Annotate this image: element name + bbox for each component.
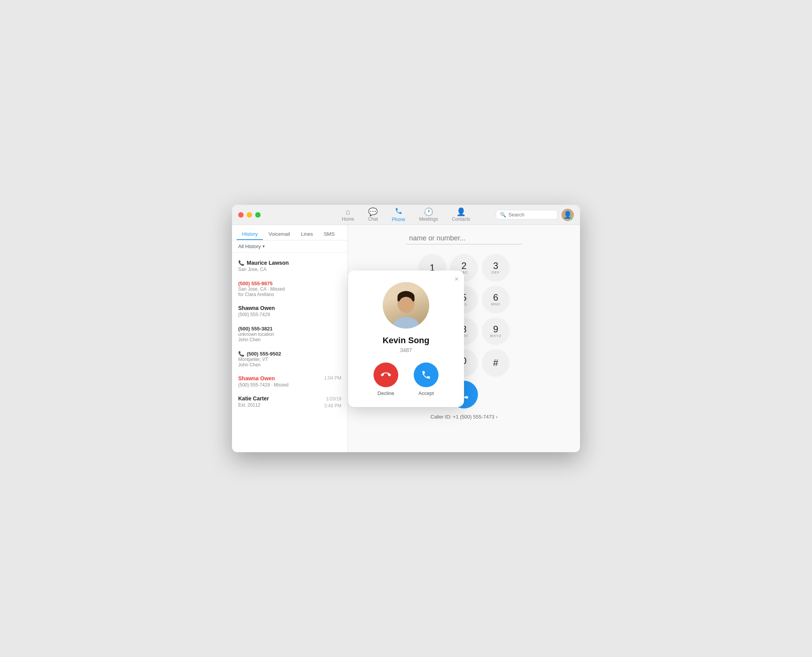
dial-hash[interactable]: # (482, 349, 510, 377)
online-indicator (570, 218, 573, 221)
nav-chat-label: Chat (368, 216, 378, 222)
tab-lines[interactable]: Lines (295, 229, 318, 240)
modal-actions: Decline Accept (374, 363, 438, 396)
caller-sub: (500) 555-7429 · Missed (238, 382, 288, 388)
accept-label: Accept (418, 390, 434, 396)
nav-meetings-label: Meetings (419, 216, 438, 222)
nav-chat[interactable]: 💬 Chat (361, 206, 385, 224)
missed-number: (500) 555-9875 (238, 281, 341, 286)
dial-6[interactable]: 6MNO (482, 286, 510, 313)
caller-number: (500) 555-3821 (238, 326, 341, 332)
tabs-row: History Voicemail Lines SMS (232, 225, 348, 240)
list-item[interactable]: Shawna Owen (500) 555-7429 (232, 301, 348, 321)
call-time: 1/20/193:48 PM (324, 395, 341, 409)
maximize-button[interactable] (255, 212, 261, 218)
call-detail-2: John Chen (238, 362, 341, 368)
close-button[interactable] (238, 212, 244, 218)
caller-name: Kevin Song (382, 335, 429, 346)
decline-label: Decline (377, 390, 394, 396)
phone-icon: 📞 (238, 260, 244, 266)
search-box[interactable]: 🔍 (496, 210, 558, 220)
call-detail: Montpelier, VT (238, 357, 341, 362)
caller-name-missed: Shawna Owen (238, 375, 288, 381)
phone-icon: 📞 (238, 351, 244, 357)
titlebar: ⌂ Home 💬 Chat Phone 🕐 Meetings 👤 Contact… (232, 205, 580, 225)
search-input[interactable] (508, 212, 553, 218)
minimize-button[interactable] (247, 212, 252, 218)
caller-name: Katie Carter (238, 395, 269, 402)
list-item[interactable]: 📞 Maurice Lawson San Jose, CA (232, 256, 348, 276)
list-item[interactable]: Shawna Owen (500) 555-7429 · Missed 1:04… (232, 371, 348, 391)
call-time: 1:04 PM (324, 375, 341, 381)
caller-name: Shawna Owen (238, 305, 341, 311)
meetings-icon: 🕐 (424, 208, 433, 216)
chevron-down-icon: ▾ (263, 244, 265, 249)
phone-nav-icon (395, 207, 403, 216)
decline-action[interactable]: Decline (374, 363, 398, 396)
decline-button[interactable] (374, 363, 398, 387)
chevron-down-icon: › (496, 414, 497, 420)
nav-contacts-label: Contacts (452, 216, 470, 222)
modal-close-button[interactable]: × (454, 275, 459, 283)
call-detail: San Jose, CA · Missed (238, 286, 341, 292)
caller-number: 📞 (500) 555-9502 (238, 351, 341, 357)
tab-voicemail[interactable]: Voicemail (263, 229, 295, 240)
list-item[interactable]: (500) 555-9875 San Jose, CA · Missed for… (232, 276, 348, 301)
call-detail-2: John Chen (238, 337, 341, 342)
svg-point-4 (399, 297, 413, 312)
dial-3[interactable]: 3DEF (482, 254, 510, 282)
nav-right: 🔍 👤 (496, 209, 574, 221)
nav-phone[interactable]: Phone (385, 205, 412, 225)
filter-button[interactable]: All History ▾ (238, 243, 265, 249)
nav-home[interactable]: ⌂ Home (335, 206, 361, 224)
caller-name: 📞 Maurice Lawson (238, 260, 341, 266)
caller-location: San Jose, CA (238, 267, 341, 272)
tab-history[interactable]: History (237, 229, 263, 240)
caller-id-label: Caller ID: +1 (500) 555-7473 (430, 414, 494, 420)
list-item[interactable]: Katie Carter Ext. 20112 1/20/193:48 PM (232, 391, 348, 413)
accept-action[interactable]: Accept (414, 363, 438, 396)
avatar[interactable]: 👤 (561, 209, 574, 221)
dial-9[interactable]: 9WXYZ (482, 317, 510, 345)
caller-ext: 3487 (400, 347, 412, 353)
nav-bar: ⌂ Home 💬 Chat Phone 🕐 Meetings 👤 Contact… (335, 205, 477, 225)
nav-phone-label: Phone (392, 217, 405, 222)
app-window: ⌂ Home 💬 Chat Phone 🕐 Meetings 👤 Contact… (232, 205, 580, 452)
nav-meetings[interactable]: 🕐 Meetings (412, 206, 445, 224)
tab-sms[interactable]: SMS (318, 229, 340, 240)
contacts-icon: 👤 (456, 208, 466, 216)
traffic-lights (238, 212, 261, 218)
nav-contacts[interactable]: 👤 Contacts (445, 206, 477, 224)
filter-label: All History (238, 243, 261, 249)
call-detail: unknown location (238, 332, 341, 337)
left-panel: History Voicemail Lines SMS All History … (232, 225, 348, 452)
list-item[interactable]: (500) 555-3821 unknown location John Che… (232, 321, 348, 346)
nav-home-label: Home (342, 216, 354, 222)
list-item[interactable]: 📞 (500) 555-9502 Montpelier, VT John Che… (232, 346, 348, 371)
caller-id[interactable]: Caller ID: +1 (500) 555-7473 › (430, 414, 497, 420)
caller-ext: Ext. 20112 (238, 402, 269, 408)
search-icon: 🔍 (500, 212, 506, 218)
home-icon: ⌂ (346, 208, 350, 216)
incoming-call-modal: × Kevin Song (348, 271, 464, 407)
call-detail-2: for Clara Arellano (238, 292, 341, 297)
call-list: 📞 Maurice Lawson San Jose, CA (500) 555-… (232, 253, 348, 452)
caller-avatar (383, 282, 429, 328)
chat-icon: 💬 (368, 208, 378, 216)
dialpad-input[interactable] (406, 233, 522, 245)
accept-button[interactable] (414, 363, 438, 387)
caller-number: (500) 555-7429 (238, 312, 341, 317)
filter-row: All History ▾ (232, 240, 348, 253)
